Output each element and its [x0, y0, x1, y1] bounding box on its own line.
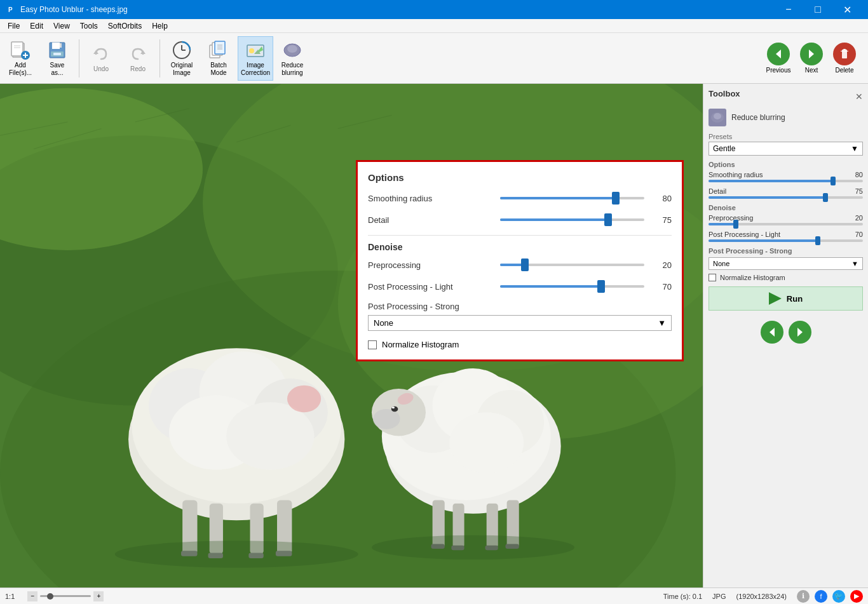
preprocessing-slider[interactable]	[500, 258, 644, 271]
svg-rect-33	[843, 49, 846, 50]
run-button[interactable]: Run	[709, 286, 863, 311]
menu-tools[interactable]: Tools	[75, 20, 103, 32]
detail-slider[interactable]	[500, 213, 644, 226]
presets-select[interactable]: Gentle ▼	[709, 142, 863, 156]
svg-marker-29	[776, 50, 781, 58]
tb-post-processing-light-thumb[interactable]	[815, 236, 820, 245]
menu-softorbits[interactable]: SoftOrbits	[103, 20, 147, 32]
zoom-thumb[interactable]	[47, 593, 53, 600]
window-title: Easy Photo Unblur - sheeps.jpg	[20, 5, 774, 14]
tb-detail-track[interactable]	[709, 196, 863, 199]
tb-smoothing-radius-thumb[interactable]	[831, 177, 836, 185]
toolbox-close-button[interactable]: ✕	[855, 91, 863, 102]
delete-button[interactable]: Delete	[829, 36, 860, 81]
add-file-button[interactable]: AddFile(s)...	[3, 36, 38, 81]
maximize-button[interactable]: □	[803, 0, 832, 19]
detail-thumb[interactable]	[604, 213, 612, 226]
options-title: Options	[368, 172, 672, 183]
tb-normalize-histogram-row[interactable]: Normalize Histogram	[709, 274, 863, 281]
status-youtube-icon[interactable]: ▶	[850, 590, 863, 603]
zoom-out-button[interactable]: −	[27, 591, 37, 601]
next-icon	[800, 43, 823, 65]
menu-file[interactable]: File	[3, 20, 25, 32]
tb-post-processing-light-fill	[709, 239, 817, 242]
status-facebook-icon[interactable]: f	[815, 590, 827, 603]
preprocessing-label: Preprocessing	[368, 260, 495, 270]
svg-point-28	[287, 45, 297, 53]
post-processing-strong-value: None	[374, 318, 393, 328]
post-processing-light-value: 70	[649, 282, 672, 292]
image-correction-button[interactable]: ImageCorrection	[238, 36, 273, 81]
undo-button[interactable]: Undo	[83, 36, 119, 81]
zoom-in-button[interactable]: +	[93, 591, 104, 601]
post-processing-light-slider[interactable]	[500, 280, 644, 293]
app-icon: P	[6, 4, 17, 15]
normalize-histogram-checkbox[interactable]	[368, 340, 377, 349]
tb-options-label: Options	[709, 161, 863, 168]
tb-post-processing-light-label: Post Processing - Light	[709, 231, 780, 238]
reduce-blurring-icon	[282, 40, 302, 60]
batch-mode-label: BatchMode	[210, 62, 227, 77]
status-info-icon[interactable]: ℹ	[797, 590, 810, 603]
post-processing-light-row: Post Processing - Light 70	[368, 280, 672, 293]
next-button[interactable]: Next	[796, 36, 827, 81]
add-file-label: AddFile(s)...	[9, 62, 32, 77]
redo-button[interactable]: Redo	[120, 36, 156, 81]
detail-row: Detail 75	[368, 213, 672, 226]
smoothing-radius-value: 80	[649, 194, 672, 203]
preprocessing-thumb[interactable]	[521, 258, 529, 271]
svg-point-51	[226, 402, 314, 469]
time-label: Time (s): 0.1	[663, 593, 702, 600]
svg-point-68	[373, 409, 400, 429]
tb-preprocessing-track[interactable]	[709, 223, 863, 225]
svg-marker-85	[797, 328, 803, 337]
menu-view[interactable]: View	[48, 20, 75, 32]
toolbar-sep-1	[79, 39, 79, 77]
batch-mode-icon	[208, 40, 229, 60]
tb-post-processing-light-value: 70	[855, 231, 863, 238]
tb-post-processing-strong-dropdown[interactable]: None ▼	[709, 257, 863, 270]
tb-detail-label: Detail	[709, 187, 726, 195]
section-divider-1	[368, 235, 672, 236]
batch-mode-button[interactable]: BatchMode	[201, 36, 236, 81]
smoothing-radius-thumb[interactable]	[612, 192, 620, 205]
smoothing-radius-track	[500, 197, 644, 199]
toolbox-next-button[interactable]	[789, 321, 811, 344]
tb-post-processing-light-track[interactable]	[709, 239, 863, 242]
original-image-button[interactable]: OriginalImage	[164, 36, 200, 81]
svg-point-81	[372, 535, 574, 560]
tb-normalize-histogram-checkbox[interactable]	[709, 274, 716, 281]
post-processing-strong-dropdown[interactable]: None ▼	[368, 315, 672, 331]
smoothing-radius-slider[interactable]	[500, 192, 644, 205]
svg-point-83	[714, 113, 721, 119]
tb-preprocessing-thumb[interactable]	[733, 220, 738, 229]
reduce-blurring-button[interactable]: Reduceblurring	[275, 36, 310, 81]
normalize-histogram-row[interactable]: Normalize Histogram	[368, 340, 672, 349]
status-bar: 1:1 − + Time (s): 0.1 JPG (1920x1283x24)…	[0, 587, 868, 604]
menu-edit[interactable]: Edit	[25, 20, 48, 32]
tb-normalize-histogram-label: Normalize Histogram	[720, 274, 785, 281]
previous-button[interactable]: Previous	[763, 36, 794, 81]
tb-denoise-label: Denoise	[709, 204, 863, 211]
menu-bar: File Edit View Tools SoftOrbits Help	[0, 19, 868, 33]
toolbox-previous-button[interactable]	[761, 321, 783, 344]
save-as-button[interactable]: Saveas...	[39, 36, 75, 81]
tb-smoothing-radius-label: Smoothing radius	[709, 171, 763, 178]
svg-point-60	[287, 386, 321, 413]
menu-help[interactable]: Help	[147, 20, 173, 32]
image-correction-label: ImageCorrection	[241, 62, 270, 77]
close-button[interactable]: ✕	[832, 0, 862, 19]
minimize-button[interactable]: −	[774, 0, 803, 19]
tb-post-processing-strong-label: Post Processing - Strong	[709, 247, 863, 255]
zoom-slider[interactable]	[40, 595, 91, 597]
original-image-label: OriginalImage	[171, 62, 193, 77]
svg-marker-30	[809, 50, 814, 58]
tb-detail-thumb[interactable]	[823, 193, 828, 202]
status-right: Time (s): 0.1 JPG (1920x1283x24) ℹ f 🐦 ▶	[663, 590, 863, 603]
svg-rect-10	[52, 43, 60, 49]
zoom-controls: − +	[27, 591, 104, 601]
tb-smoothing-radius-track[interactable]	[709, 180, 863, 182]
preprocessing-row: Preprocessing 20	[368, 258, 672, 271]
post-processing-light-thumb[interactable]	[597, 280, 605, 293]
status-twitter-icon[interactable]: 🐦	[832, 590, 845, 603]
